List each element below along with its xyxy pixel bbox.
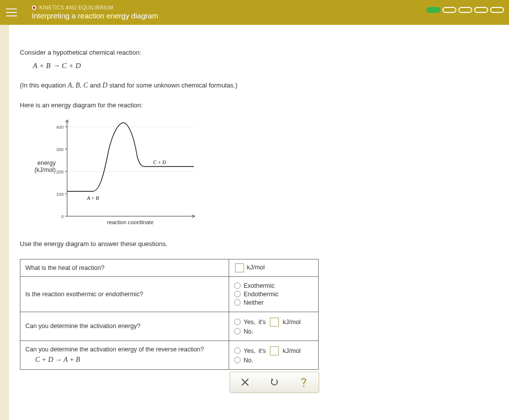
q3-yes-pre: Yes, — [244, 319, 255, 326]
progress-pill — [442, 7, 456, 13]
ylabel-1: energy — [21, 160, 56, 167]
intro-line-1: Consider a hypothetical chemical reactio… — [20, 48, 498, 58]
q4-prompt: Can you determine the activation energy … — [25, 346, 224, 353]
q4-reverse-equation: C + D → A + B — [35, 356, 224, 364]
ytick-2: 200 — [56, 169, 64, 174]
close-icon — [241, 378, 250, 387]
q2-answer-cell: Exothermic Endothermic Neither — [229, 276, 319, 312]
q3-answer-cell: Yes, it's kJ/mol No. — [229, 312, 319, 340]
clear-button[interactable] — [239, 376, 252, 389]
q2-radio-exothermic[interactable] — [234, 282, 241, 289]
svg-point-10 — [303, 385, 305, 387]
progress-indicator — [426, 7, 504, 13]
left-rail — [0, 25, 9, 420]
q3-radio-yes[interactable] — [234, 319, 241, 325]
ytick-0: 0 — [61, 214, 64, 219]
intro-line-3: Here is an energy diagram for the reacti… — [20, 100, 498, 110]
ytick-3: 300 — [56, 147, 64, 152]
q2-radio-endothermic[interactable] — [234, 291, 241, 297]
ytick-1: 100 — [56, 192, 64, 197]
label-a-plus-b: A + B — [86, 195, 99, 201]
header-category: KINETICS AND EQUILIBRIUM — [32, 5, 158, 10]
q4-no: No. — [244, 357, 253, 364]
q4-prompt-cell: Can you determine the activation energy … — [20, 340, 229, 369]
text: (In this equation — [20, 82, 68, 89]
svg-marker-9 — [271, 378, 273, 381]
header-title: Interpreting a reaction energy diagram — [32, 11, 158, 20]
reaction-equation: A + B → C + D — [33, 62, 498, 70]
intro-line-4: Use the energy diagram to answer these q… — [20, 239, 498, 249]
text: and — [88, 82, 102, 89]
progress-pill — [490, 7, 504, 13]
q1-unit: kJ/mol — [247, 264, 264, 271]
energy-diagram: energy (kJ/mol) 0 100 200 300 400 — [45, 117, 224, 226]
questions-table: What is the heat of reaction? kJ/mol Is … — [20, 259, 319, 370]
chart-x-axis-label: reaction coordinate — [107, 219, 154, 225]
q4-value-input[interactable] — [270, 346, 279, 355]
ylabel-2: (kJ/mol) — [21, 167, 56, 173]
text: stand for some unknown chemical formulas… — [107, 82, 238, 89]
q3-yes-mid: it's — [258, 319, 266, 326]
q4-answer-cell: Yes, it's kJ/mol No. — [229, 340, 319, 369]
progress-pill — [458, 7, 472, 13]
var-c: C — [84, 82, 88, 89]
q4-yes-mid: it's — [258, 347, 266, 354]
q4-radio-no[interactable] — [234, 357, 241, 363]
q3-prompt: Can you determine the activation energy? — [20, 312, 229, 340]
help-button[interactable] — [297, 376, 310, 389]
q2-radio-neither[interactable] — [234, 299, 241, 306]
action-bar — [230, 372, 319, 393]
var-d: D — [102, 82, 107, 89]
category-dot-icon — [32, 5, 36, 10]
q1-value-input[interactable] — [235, 263, 244, 272]
q2-opt3: Neither — [244, 299, 263, 306]
chart-svg: 0 100 200 300 400 — [45, 117, 204, 226]
q4-unit: kJ/mol — [283, 347, 301, 354]
text: , — [80, 82, 83, 89]
menu-icon[interactable] — [6, 5, 20, 19]
q2-opt1: Exothermic — [244, 282, 275, 289]
q2-prompt: Is the reaction exothermic or endothermi… — [20, 276, 229, 312]
progress-pill — [474, 7, 488, 13]
q2-opt2: Endothermic — [244, 291, 278, 298]
q1-prompt: What is the heat of reaction? — [20, 259, 229, 276]
intro-line-2: (In this equation A, B, C and D stand fo… — [20, 80, 498, 90]
q4-radio-yes[interactable] — [234, 347, 241, 354]
q3-unit: kJ/mol — [283, 319, 301, 326]
label-c-plus-d: C + D — [153, 160, 166, 165]
undo-icon — [269, 377, 279, 387]
chart-y-axis-label: energy (kJ/mol) — [21, 160, 56, 173]
header-titles: KINETICS AND EQUILIBRIUM Interpreting a … — [32, 5, 158, 20]
progress-pill — [426, 7, 440, 13]
var-a: A — [68, 82, 72, 89]
q3-radio-no[interactable] — [234, 328, 241, 335]
q3-no: No. — [244, 328, 253, 335]
ytick-4: 400 — [56, 125, 64, 130]
header-bar: KINETICS AND EQUILIBRIUM Interpreting a … — [0, 0, 509, 25]
q4-yes-pre: Yes, — [244, 347, 255, 354]
help-icon — [299, 377, 309, 388]
q1-answer-cell: kJ/mol — [229, 259, 319, 276]
content-area: Consider a hypothetical chemical reactio… — [9, 25, 509, 420]
text: , — [72, 82, 76, 89]
q3-value-input[interactable] — [270, 318, 279, 327]
energy-curve — [67, 123, 194, 191]
header-category-text: KINETICS AND EQUILIBRIUM — [39, 5, 113, 10]
reset-button[interactable] — [268, 376, 281, 389]
